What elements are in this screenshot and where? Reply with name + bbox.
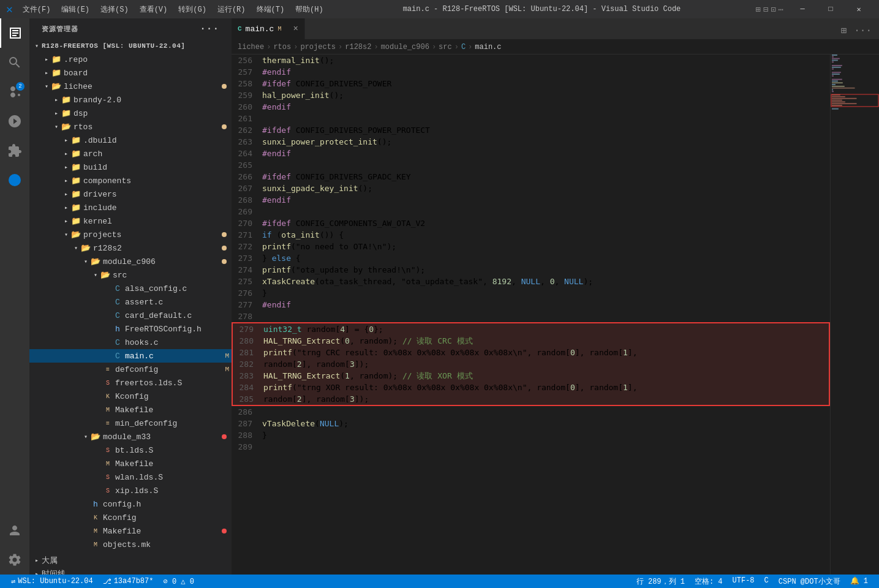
menu-terminal[interactable]: 终端(T)	[252, 2, 290, 17]
activity-remote[interactable]	[0, 165, 29, 195]
tree-item-makefile[interactable]: ▸ M Makefile	[29, 403, 232, 417]
bc-rtos[interactable]: rtos	[273, 43, 291, 51]
panel-icon[interactable]: ⊡	[771, 4, 775, 15]
status-language[interactable]: C	[760, 576, 774, 585]
activity-settings[interactable]	[0, 545, 29, 575]
tree-item-build[interactable]: ▸ 📁 build	[29, 160, 232, 174]
menu-file[interactable]: 文件(F)	[18, 2, 56, 17]
bc-r128s2[interactable]: r128s2	[345, 43, 371, 51]
tree-item-objects-mk[interactable]: ▸ M objects.mk	[29, 538, 232, 551]
more-actions-button[interactable]: ···	[851, 23, 874, 39]
tree-item-makefile-r128s2[interactable]: ▸ M Makefile	[29, 524, 232, 538]
tree-item-board[interactable]: ▸ 📁 board	[29, 66, 232, 80]
tree-item-dsp[interactable]: ▸ 📁 dsp	[29, 107, 232, 120]
tree-item-kernel[interactable]: ▸ 📁 kernel	[29, 214, 232, 228]
bc-module-c906[interactable]: module_c906	[381, 43, 429, 51]
code-line-277: 277#endif	[232, 299, 830, 311]
bc-lichee[interactable]: lichee	[238, 43, 264, 51]
tree-item-defconfig[interactable]: ▸ ≡ defconfig M	[29, 363, 232, 376]
tree-item-card-default[interactable]: ▸ C card_default.c	[29, 309, 232, 322]
code-scroll-area[interactable]: 256 thermal_init();257#endif258#ifdef CO…	[232, 55, 830, 575]
status-notifications[interactable]: CSPN @DOT小文哥	[774, 576, 845, 587]
tree-item-min-defconfig[interactable]: ▸ ≡ min_defconfig	[29, 417, 232, 430]
activity-account[interactable]	[0, 516, 29, 545]
tree-item-alsa-config[interactable]: ▸ C alsa_config.c	[29, 282, 232, 295]
tree-item-config-h[interactable]: ▸ h config.h	[29, 497, 232, 511]
tree-item-projects[interactable]: ▾ 📂 projects	[29, 228, 232, 241]
tree-item-kconfig[interactable]: ▸ K Kconfig	[29, 390, 232, 403]
tree-min-defconfig-label: min_defconfig	[115, 419, 232, 428]
more-icon[interactable]: ⋯	[779, 4, 783, 15]
menu-edit[interactable]: 编辑(E)	[56, 2, 94, 17]
makefile-r128s2-badge	[222, 529, 227, 533]
split-icon[interactable]: ⊟	[763, 4, 768, 15]
tree-item-da-shu[interactable]: ▸ 大属	[29, 554, 232, 567]
tree-item-arch[interactable]: ▸ 📁 arch	[29, 147, 232, 160]
split-editor-button[interactable]: ⊞	[839, 22, 850, 39]
status-git[interactable]: ⎇ 13a47b87*	[98, 575, 159, 588]
activity-debug[interactable]	[0, 107, 29, 136]
tree-item-dbuild[interactable]: ▸ 📁 .dbuild	[29, 134, 232, 147]
activity-explorer[interactable]	[0, 18, 29, 48]
tree-item-brandy[interactable]: ▸ 📁 brandy-2.0	[29, 93, 232, 107]
folder-icon: 📂	[100, 270, 110, 280]
tree-root[interactable]: ▾ R128-FREERTOS [WSL: UBUNTU-22.04]	[29, 39, 232, 53]
menu-select[interactable]: 选择(S)	[96, 2, 134, 17]
tree-item-r128s2[interactable]: ▾ 📂 r128s2	[29, 241, 232, 255]
close-button[interactable]: ✕	[845, 0, 873, 18]
menu-view[interactable]: 查看(V)	[135, 2, 173, 17]
tree-item-xip-lds[interactable]: ▸ S xip.lds.S	[29, 484, 232, 497]
tree-item-bt-lds[interactable]: ▸ S bt.lds.S	[29, 443, 232, 457]
tree-item-timeline[interactable]: ▸ 时间线	[29, 567, 232, 575]
tree-item-kconfig-r128s2[interactable]: ▸ K Kconfig	[29, 511, 232, 524]
tree-item-drivers[interactable]: ▸ 📁 drivers	[29, 187, 232, 201]
activity-search[interactable]	[0, 48, 29, 77]
status-remote[interactable]: ⇌ WSL: Ubuntu-22.04	[6, 575, 98, 588]
tree-item-makefile-m33[interactable]: ▸ M Makefile	[29, 457, 232, 470]
line-number-271: 271	[232, 229, 262, 241]
tree-item-components[interactable]: ▸ 📁 components	[29, 174, 232, 187]
minimap[interactable]	[830, 55, 879, 575]
activity-source-control[interactable]: 2	[0, 77, 29, 107]
status-errors[interactable]: ⊘ 0 △ 0	[158, 575, 198, 588]
tree-item-freertos-config[interactable]: ▸ h FreeRTOSConfig.h	[29, 322, 232, 336]
minimize-button[interactable]: ─	[788, 0, 817, 18]
tree-item-freertos-lds[interactable]: ▸ S freertos.lds.S	[29, 376, 232, 390]
tree-item-main[interactable]: ▸ C main.c M	[29, 349, 232, 363]
restore-button[interactable]: □	[817, 0, 845, 18]
layout-icon[interactable]: ⊞	[755, 4, 760, 15]
line-content-283: HAL_TRNG_Extract(1, random); // 读取 XOR 模…	[263, 370, 829, 382]
bc-src[interactable]: src	[439, 43, 452, 51]
tree-item-module-m33[interactable]: ▾ 📂 module_m33	[29, 430, 232, 443]
status-bell[interactable]: 🔔 1	[845, 576, 873, 586]
tree-hooks-label: hooks.c	[125, 338, 232, 347]
tree-item-module-c906[interactable]: ▾ 📂 module_c906	[29, 255, 232, 268]
status-encoding[interactable]: UTF-8	[728, 576, 760, 585]
tree-item-assert[interactable]: ▸ C assert.c	[29, 295, 232, 309]
editor-tab-main[interactable]: C main.c M ×	[232, 18, 305, 39]
tree-item-rtos[interactable]: ▾ 📂 rtos	[29, 120, 232, 134]
line-content-289	[262, 441, 830, 453]
tree-item-lichee[interactable]: ▾ 📂 lichee	[29, 80, 232, 93]
file-icon: h	[113, 324, 123, 334]
tree-item-repo[interactable]: ▸ 📁 .repo	[29, 53, 232, 66]
menu-run[interactable]: 运行(R)	[213, 2, 251, 17]
code-line-259: 259 hal_power_init();	[232, 89, 830, 101]
status-spaces[interactable]: 空格: 4	[690, 576, 728, 587]
activity-extensions[interactable]	[0, 136, 29, 165]
sidebar-more-button[interactable]: ···	[200, 23, 219, 34]
folder-icon: 📁	[71, 135, 81, 145]
status-position[interactable]: 行 289，列 1	[632, 576, 690, 587]
menu-help[interactable]: 帮助(H)	[290, 2, 328, 17]
line-number-258: 258	[232, 78, 262, 89]
tree-item-hooks[interactable]: ▸ C hooks.c	[29, 336, 232, 349]
tree-item-wlan-lds[interactable]: ▸ S wlan.lds.S	[29, 470, 232, 484]
vscode-icon: ✕	[6, 2, 13, 16]
tab-close-button[interactable]: ×	[293, 24, 298, 34]
tree-item-include[interactable]: ▸ 📁 include	[29, 201, 232, 214]
bc-projects[interactable]: projects	[300, 43, 336, 51]
menu-goto[interactable]: 转到(G)	[173, 2, 211, 17]
tree-item-src[interactable]: ▾ 📂 src	[29, 268, 232, 282]
code-line-268: 268#endif	[232, 194, 830, 206]
tree-dbuild-label: .dbuild	[83, 136, 232, 145]
